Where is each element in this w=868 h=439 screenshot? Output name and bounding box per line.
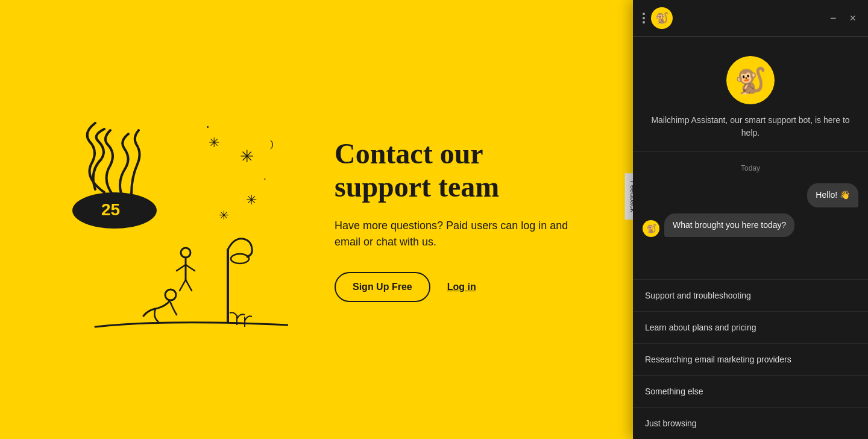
svg-line-12 [186, 265, 195, 271]
svg-text:✳: ✳ [246, 192, 257, 207]
illustration-svg: ✳ ✳ ✳ ✳ ) • • 25 [59, 93, 288, 346]
page-title: Contact our support team [335, 137, 585, 203]
svg-point-15 [165, 289, 176, 300]
illustration-area: ✳ ✳ ✳ ✳ ) • • 25 [48, 24, 298, 415]
svg-text:): ) [270, 139, 273, 150]
option-support-troubleshooting[interactable]: Support and troubleshooting [633, 280, 868, 312]
page-subtitle: Have more questions? Paid users can log … [335, 218, 585, 250]
chat-date-label: Today [643, 164, 858, 172]
message-row-hello: Hello! 👋 [643, 183, 858, 207]
svg-text:✳: ✳ [219, 209, 229, 222]
signup-button[interactable]: Sign Up Free [335, 272, 430, 302]
bot-intro-text: Mailchimp Assistant, our smart support b… [647, 114, 854, 139]
bot-avatar-small: 🐒 [643, 220, 659, 237]
svg-line-14 [186, 280, 192, 291]
chat-options: Support and troubleshooting Learn about … [633, 279, 868, 439]
option-plans-pricing[interactable]: Learn about plans and pricing [633, 312, 868, 344]
chat-header: 🐒 − × [633, 0, 868, 37]
bot-avatar-large: 🐒 [726, 56, 775, 104]
close-button[interactable]: × [847, 11, 858, 25]
svg-point-9 [181, 248, 190, 257]
option-just-browsing[interactable]: Just browsing [633, 408, 868, 439]
login-button[interactable]: Log in [447, 282, 476, 292]
svg-point-17 [231, 254, 249, 264]
svg-text:25: 25 [101, 200, 120, 219]
svg-text:•: • [207, 124, 209, 130]
button-group: Sign Up Free Log in [335, 272, 585, 302]
menu-dots[interactable] [643, 13, 645, 24]
chat-bot-intro: 🐒 Mailchimp Assistant, our smart support… [633, 37, 868, 152]
option-research-email[interactable]: Researching email marketing providers [633, 344, 868, 376]
minimize-button[interactable]: − [828, 11, 839, 25]
option-something-else[interactable]: Something else [633, 376, 868, 408]
message-row-question: 🐒 What brought you here today? [643, 213, 858, 238]
svg-line-13 [180, 280, 186, 291]
chat-widget: 🐒 − × 🐒 Mailchimp Assistant, our smart s… [633, 0, 868, 439]
mailchimp-logo: 🐒 [651, 7, 673, 29]
svg-text:•: • [264, 176, 266, 182]
svg-line-11 [177, 265, 186, 271]
content-area: Contact our support team Have more quest… [298, 137, 585, 302]
main-section: ✳ ✳ ✳ ✳ ) • • 25 [0, 0, 633, 439]
chat-header-actions: − × [828, 11, 858, 25]
message-bubble-hello: Hello! 👋 [807, 183, 858, 207]
message-bubble-question: What brought you here today? [664, 213, 794, 238]
svg-text:✳: ✳ [240, 147, 254, 166]
svg-text:✳: ✳ [209, 135, 219, 150]
chat-messages: Today Hello! 👋 🐒 What brought you here t… [633, 152, 868, 279]
chat-header-left: 🐒 [643, 7, 673, 29]
